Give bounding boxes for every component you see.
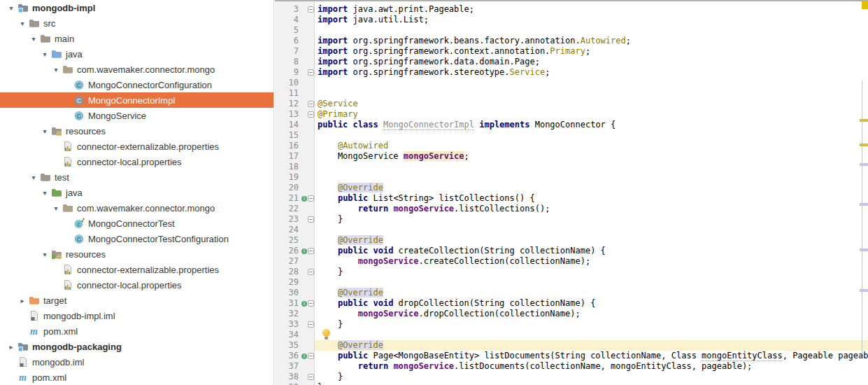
code-line[interactable]: public void createCollection(String coll… <box>315 246 868 256</box>
fold-marker-icon[interactable]: − <box>308 216 314 223</box>
chevron-down-icon[interactable]: ▾ <box>50 204 62 212</box>
fold-marker-icon[interactable]: − <box>308 374 314 380</box>
tree-item[interactable]: ▸target <box>0 293 273 308</box>
tree-item[interactable]: ▾main <box>0 31 273 46</box>
code-line[interactable]: return mongoService.listDocuments(collec… <box>315 361 868 372</box>
code-line[interactable]: } <box>315 382 868 385</box>
code-line[interactable] <box>315 172 868 183</box>
code-line[interactable]: import org.springframework.beans.factory… <box>315 36 868 46</box>
tree-item[interactable]: CMongoConnectorImpl <box>0 92 273 108</box>
fold-marker-icon[interactable]: − <box>308 321 314 328</box>
code-line[interactable] <box>315 88 868 99</box>
warning-stripe-mark[interactable] <box>860 119 868 122</box>
tree-item[interactable]: ▾java <box>0 46 273 62</box>
tree-item[interactable]: connector-local.properties <box>0 277 273 293</box>
tree-item[interactable]: ▾com.wavemaker.connector.mongo <box>0 62 273 77</box>
tree-item[interactable]: ▾test <box>0 169 273 185</box>
chevron-down-icon[interactable]: ▾ <box>38 189 51 197</box>
code-line[interactable]: public void dropCollection(String collec… <box>315 298 868 309</box>
code-line[interactable]: public Page<MongoBaseEntity> listDocumen… <box>315 351 868 361</box>
fold-marker-icon[interactable]: − <box>308 353 314 359</box>
tree-item[interactable]: CMongoConnectorConfiguration <box>0 77 273 92</box>
code-line[interactable] <box>315 330 868 340</box>
tree-item[interactable]: CMongoService <box>0 108 273 123</box>
code-line[interactable]: mongoService.createCollection(collection… <box>315 256 868 267</box>
project-tree-panel[interactable]: ▾mongodb-impl▾src▾main▾java▾com.wavemake… <box>0 0 274 385</box>
code-line[interactable]: @Autowired <box>315 141 868 151</box>
chevron-down-icon[interactable]: ▾ <box>38 251 51 258</box>
tree-item[interactable]: mongodb-impl.iml <box>0 308 273 323</box>
code-line[interactable]: import org.springframework.data.domain.P… <box>315 57 868 67</box>
code-line[interactable]: mongoService.dropCollection(collectionNa… <box>315 309 868 319</box>
code-area[interactable]: import java.awt.print.Pageable;import ja… <box>315 0 868 385</box>
fold-marker-icon[interactable]: − <box>308 248 314 254</box>
tree-item[interactable]: ▾com.wavemaker.connector.mongo <box>0 200 273 216</box>
code-line[interactable]: @Override <box>315 288 868 298</box>
tree-item[interactable]: ▾mongodb-impl <box>0 0 273 15</box>
code-line[interactable]: @Primary <box>315 109 868 120</box>
code-line[interactable]: import org.springframework.stereotype.Se… <box>315 67 868 78</box>
tree-item[interactable]: ▾java <box>0 185 273 200</box>
code-line[interactable]: public List<String> listCollections() { <box>315 193 868 204</box>
chevron-down-icon[interactable]: ▾ <box>5 4 17 12</box>
code-line[interactable]: @Service <box>315 99 868 109</box>
chevron-down-icon[interactable]: ▾ <box>38 50 51 58</box>
tree-item[interactable]: mpom.xml <box>0 370 273 385</box>
tree-item[interactable]: ▾resources <box>0 246 273 262</box>
code-line[interactable]: MongoService mongoService; <box>315 151 868 162</box>
code-line[interactable]: import org.springframework.context.annot… <box>315 46 868 57</box>
chevron-right-icon[interactable]: ▸ <box>16 297 29 304</box>
chevron-down-icon[interactable]: ▾ <box>16 20 29 27</box>
fold-marker-icon[interactable]: − <box>308 111 314 118</box>
fold-marker-icon[interactable]: − <box>308 269 314 275</box>
usage-stripe-mark[interactable] <box>860 203 868 206</box>
usage-stripe-mark[interactable] <box>860 289 868 292</box>
chevron-down-icon[interactable]: ▾ <box>27 35 40 43</box>
tree-item[interactable]: ▸mongodb-packaging <box>0 339 273 354</box>
tree-item[interactable]: connector-externalizable.properties <box>0 262 273 277</box>
error-stripe[interactable] <box>859 0 868 385</box>
chevron-down-icon[interactable]: ▾ <box>50 66 62 74</box>
chevron-down-icon[interactable]: ▾ <box>27 174 40 181</box>
fold-marker-icon[interactable]: − <box>308 69 314 76</box>
tree-item[interactable]: mpom.xml <box>0 323 273 339</box>
tree-item[interactable]: connector-local.properties <box>0 154 273 169</box>
code-line[interactable] <box>315 225 868 235</box>
code-line[interactable]: public class MongoConnectorImpl implemen… <box>315 120 868 130</box>
code-line[interactable] <box>315 162 868 172</box>
code-line[interactable]: @Override <box>315 183 868 193</box>
fold-marker-icon[interactable]: − <box>308 195 314 202</box>
tree-item[interactable]: connector-externalizable.properties <box>0 139 273 154</box>
tree-item[interactable]: CMongoConnectorTestConfiguration <box>0 231 273 246</box>
usage-stripe-mark[interactable] <box>860 248 868 251</box>
code-line[interactable]: } <box>315 214 868 225</box>
tree-item[interactable]: ▾src <box>0 15 273 31</box>
chevron-right-icon[interactable]: ▸ <box>5 343 17 351</box>
usage-stripe-mark[interactable] <box>860 163 868 166</box>
intention-bulb-icon[interactable] <box>321 329 332 340</box>
warning-stripe-mark[interactable] <box>860 144 868 146</box>
editor-gutter[interactable]: 3456789101112131415161718192021222324252… <box>275 0 315 385</box>
line-number: 7 <box>275 46 299 57</box>
code-line[interactable]: } <box>315 267 868 277</box>
code-line[interactable] <box>315 78 868 88</box>
code-line[interactable]: @Override <box>315 235 868 246</box>
code-editor[interactable]: 3456789101112131415161718192021222324252… <box>275 0 868 385</box>
code-line[interactable] <box>315 130 868 141</box>
tree-item[interactable]: cMongoConnectorTest <box>0 216 273 231</box>
code-line[interactable]: @Override <box>315 340 868 351</box>
code-line[interactable]: import java.awt.print.Pageable; <box>315 4 868 15</box>
fold-marker-icon[interactable]: − <box>308 300 314 307</box>
tree-item[interactable]: ▾resources <box>0 123 273 139</box>
code-line[interactable]: } <box>315 319 868 330</box>
code-line[interactable] <box>315 277 868 288</box>
tree-item-label: mongodb-impl.iml <box>43 311 120 321</box>
fold-marker-icon[interactable]: − <box>308 101 314 107</box>
code-line[interactable]: import java.util.List; <box>315 15 868 25</box>
chevron-down-icon[interactable]: ▾ <box>38 127 51 135</box>
code-line[interactable]: } <box>315 372 868 382</box>
code-line[interactable] <box>315 25 868 36</box>
code-line[interactable]: return mongoService.listCollections(); <box>315 204 868 214</box>
tree-item[interactable]: mongodb.iml <box>0 354 273 370</box>
fold-marker-icon[interactable]: − <box>308 6 314 13</box>
